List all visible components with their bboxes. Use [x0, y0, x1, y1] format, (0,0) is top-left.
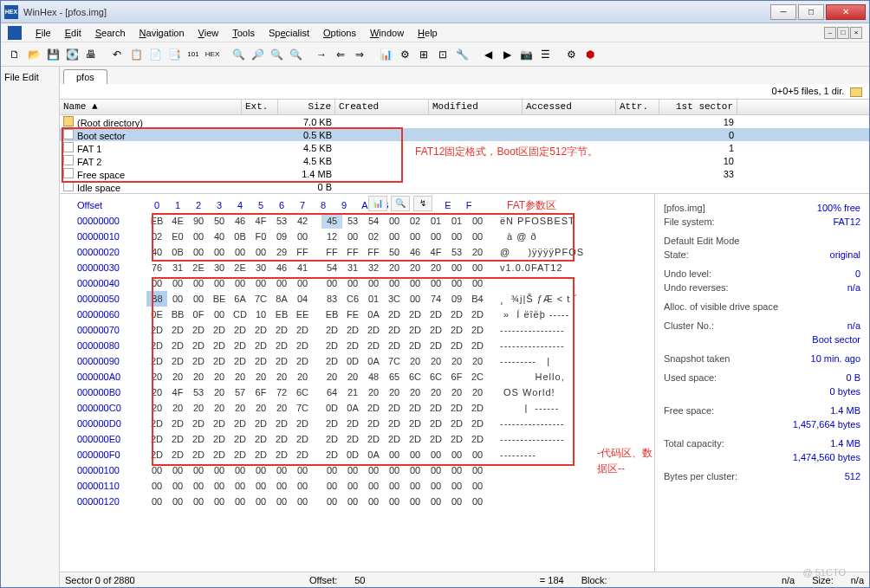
hex-icon[interactable]: HEX — [204, 46, 221, 63]
info-panel: [pfos.img]100% free File system:FAT12 De… — [654, 194, 869, 572]
col-first-sector[interactable]: 1st sector — [659, 100, 737, 114]
tab-pfos[interactable]: pfos — [63, 69, 107, 84]
paste-icon[interactable]: 📄 — [146, 46, 164, 63]
disk-icon[interactable]: 💽 — [63, 46, 81, 63]
titlebar: HEX WinHex - [pfos.img] ─ □ ✕ — [1, 1, 869, 23]
watermark: @ 51CTO — [803, 567, 846, 578]
hex-view[interactable]: 📊 🔍 ↯ FAT参数区 Offset0123456789ABCDEF 0000… — [60, 194, 654, 572]
tool1-icon[interactable]: ⚙ — [396, 46, 413, 63]
menu-search[interactable]: Search — [88, 26, 133, 40]
tool3-icon[interactable]: ⊡ — [434, 46, 451, 63]
hex-tool-search-icon[interactable]: 🔍 — [391, 196, 410, 211]
find-again-icon[interactable]: 🔍 — [287, 46, 304, 63]
annotation-code-text: -代码区、数据区-- — [597, 445, 654, 476]
col-name[interactable]: Name ▲ — [60, 100, 242, 114]
left-panel-label: File Edit — [4, 72, 55, 82]
menu-help[interactable]: Help — [411, 26, 445, 40]
folder-icon[interactable] — [850, 87, 862, 97]
status-bar: Sector 0 of 2880 Offset: 50 = 184 Block:… — [60, 572, 869, 587]
gear-icon[interactable]: ⚙ — [562, 46, 580, 63]
toolbar: 🗋 📂 💾 💽 🖶 ↶ 📋 📄 📑 101 HEX 🔍 🔎 🔍 🔍 → ⇐ ⇒ … — [1, 42, 869, 67]
mdi-restore-button[interactable]: □ — [837, 27, 849, 39]
col-created[interactable]: Created — [335, 100, 429, 114]
tool2-icon[interactable]: ⊞ — [415, 46, 432, 63]
minimize-button[interactable]: ─ — [770, 4, 796, 20]
maximize-button[interactable]: □ — [798, 4, 824, 20]
status-sector: Sector 0 of 2880 — [65, 575, 135, 585]
table-row[interactable]: (Root directory)7.0 KB19 — [60, 115, 869, 128]
prev-icon[interactable]: ◀ — [479, 46, 497, 63]
close-button[interactable]: ✕ — [826, 4, 866, 20]
menu-specialist[interactable]: Specialist — [262, 26, 316, 40]
dir-summary: 0+0+5 files, 1 dir. — [60, 84, 869, 100]
app-menu-icon[interactable] — [8, 26, 22, 40]
table-row[interactable]: Boot sector0.5 KB0 — [60, 128, 869, 141]
print-icon[interactable]: 🖶 — [82, 46, 100, 63]
menu-view[interactable]: View — [192, 26, 226, 40]
tab-bar: pfos — [60, 67, 869, 84]
list-icon[interactable]: ☰ — [536, 46, 554, 63]
col-size[interactable]: Size — [278, 100, 335, 114]
tool4-icon[interactable]: 🔧 — [453, 46, 471, 63]
col-attr[interactable]: Attr. — [616, 100, 659, 114]
forward-icon[interactable]: ⇒ — [351, 46, 368, 63]
table-row[interactable]: Idle space0 B — [60, 180, 869, 193]
find-hex-icon[interactable]: 🔎 — [249, 46, 266, 63]
undo-icon[interactable]: ↶ — [108, 46, 126, 63]
menu-file[interactable]: File — [29, 26, 58, 40]
mdi-close-button[interactable]: × — [850, 27, 862, 39]
binary-icon[interactable]: 101 — [185, 46, 202, 63]
app-icon: HEX — [4, 5, 18, 19]
table-row[interactable]: Free space1.4 MB33 — [60, 167, 869, 180]
col-accessed[interactable]: Accessed — [523, 100, 616, 114]
menu-options[interactable]: Options — [316, 26, 363, 40]
new-icon[interactable]: 🗋 — [6, 46, 23, 63]
find-icon[interactable]: 🔍 — [230, 46, 247, 63]
col-ext[interactable]: Ext. — [242, 100, 278, 114]
next-icon[interactable]: ▶ — [498, 46, 516, 63]
window-title: WinHex - [pfos.img] — [23, 7, 770, 17]
analyze-icon[interactable]: 📊 — [377, 46, 394, 63]
menu-window[interactable]: Window — [363, 26, 411, 40]
back-icon[interactable]: ⇐ — [332, 46, 349, 63]
save-icon[interactable]: 💾 — [44, 46, 62, 63]
file-table: Name ▲ Ext. Size Created Modified Access… — [60, 100, 869, 194]
col-modified[interactable]: Modified — [429, 100, 523, 114]
snapshot-icon[interactable]: 📷 — [517, 46, 535, 63]
menu-navigation[interactable]: Navigation — [133, 26, 192, 40]
open-icon[interactable]: 📂 — [25, 46, 42, 63]
clipboard-icon[interactable]: 📑 — [166, 46, 183, 63]
annotation-fat12-text: FAT12固定格式，Boot区固定512字节。 — [415, 145, 598, 159]
mdi-minimize-button[interactable]: – — [824, 27, 836, 39]
hex-tool-filter-icon[interactable]: ↯ — [413, 196, 432, 211]
menu-edit[interactable]: Edit — [58, 26, 88, 40]
hex-tool-chart-icon[interactable]: 📊 — [368, 196, 387, 211]
replace-icon[interactable]: 🔍 — [268, 46, 285, 63]
goto-icon[interactable]: → — [313, 46, 330, 63]
menubar: File Edit Search Navigation View Tools S… — [1, 23, 869, 42]
stop-icon[interactable]: ⬢ — [581, 46, 599, 63]
copy-icon[interactable]: 📋 — [127, 46, 145, 63]
left-panel: File Edit — [1, 67, 60, 587]
annotation-param-text: FAT参数区 — [507, 197, 556, 213]
menu-tools[interactable]: Tools — [225, 26, 262, 40]
